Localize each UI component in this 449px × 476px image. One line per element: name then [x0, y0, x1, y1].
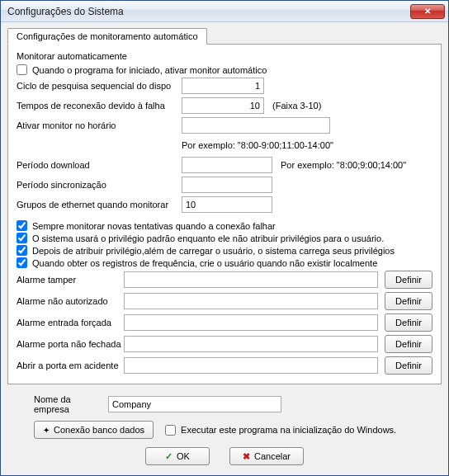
- db-connection-button[interactable]: ✦ Conexão banco dados: [34, 421, 154, 439]
- alarm-door-open-input[interactable]: [124, 336, 378, 352]
- titlebar: Configurações do Sistema ✕: [1, 1, 448, 22]
- alarm-unauth-label: Alarme não autorizado: [17, 296, 124, 306]
- activate-time-label: Ativar monitor no horário: [17, 120, 182, 130]
- company-input[interactable]: [108, 396, 281, 412]
- tab-auto-monitoring[interactable]: Configurações de monitoramento automátic…: [7, 28, 207, 45]
- check-create-user[interactable]: [17, 257, 27, 268]
- check-create-user-label: Quando obter os registros de frequência,…: [32, 258, 377, 268]
- close-icon: ✕: [424, 7, 431, 16]
- window: Configurações do Sistema ✕ Configurações…: [0, 0, 449, 476]
- sync-period-label: Período sincronização: [17, 180, 182, 190]
- close-button[interactable]: ✕: [410, 4, 445, 19]
- check-default-priv[interactable]: [17, 233, 27, 243]
- reconnect-label: Tempos de reconexão devido à falha: [17, 101, 182, 111]
- check-retry-label: Sempre monitorar novas tentativas quando…: [32, 221, 276, 231]
- alarm-accident-define-button[interactable]: Definir: [385, 356, 432, 375]
- poll-cycle-input[interactable]: [182, 78, 264, 94]
- alarm-tamper-define-button[interactable]: Definir: [385, 271, 432, 289]
- alarm-forced-input[interactable]: [124, 314, 378, 331]
- poll-cycle-label: Ciclo de pesquisa sequencial do dispo: [17, 81, 182, 91]
- client-area: Configurações de monitoramento automátic…: [1, 22, 448, 475]
- reconnect-input[interactable]: [182, 97, 264, 114]
- check-load-priv-label: Depois de atribuir privilégio,além de ca…: [32, 246, 395, 256]
- check-retry[interactable]: [17, 220, 27, 231]
- alarm-accident-label: Abrir a porta em acidente: [17, 361, 124, 370]
- sync-period-input[interactable]: [182, 177, 272, 193]
- bottom-area: Nome da empresa ✦ Conexão banco dados Ex…: [7, 384, 442, 469]
- database-icon: ✦: [43, 426, 50, 435]
- eth-groups-label: Grupos de ethernet quando monitorar: [17, 200, 182, 210]
- tabstrip: Configurações de monitoramento automátic…: [7, 28, 442, 45]
- alarm-forced-label: Alarme entrada forçada: [17, 318, 124, 328]
- alarm-accident-input[interactable]: [124, 357, 378, 374]
- check-load-priv[interactable]: [17, 245, 27, 256]
- alarm-tamper-label: Alarme tamper: [17, 275, 124, 285]
- tab-label: Configurações de monitoramento automátic…: [17, 31, 198, 41]
- alarm-unauth-define-button[interactable]: Definir: [385, 292, 432, 310]
- alarm-forced-define-button[interactable]: Definir: [385, 313, 432, 332]
- download-period-input[interactable]: [182, 157, 272, 173]
- eth-groups-input[interactable]: [182, 196, 272, 213]
- download-period-example: Por exemplo: "8:00;9:00;14:00": [281, 160, 406, 170]
- check-default-priv-label: O sistema usará o privilégio padrão enqu…: [32, 233, 384, 243]
- activate-time-input[interactable]: [182, 117, 330, 134]
- download-period-label: Período download: [17, 160, 182, 170]
- activate-time-example: Por exemplo: "8:00-9:00;11:00-14:00": [182, 140, 333, 150]
- check-icon: ✓: [165, 451, 173, 462]
- tab-panel: Monitorar automaticamente Quando o progr…: [7, 44, 442, 384]
- alarm-door-open-define-button[interactable]: Definir: [385, 335, 432, 353]
- ok-button[interactable]: ✓ OK: [145, 447, 210, 465]
- x-icon: ✖: [243, 451, 250, 462]
- auto-start-label: Quando o programa for iniciado, ativar m…: [32, 65, 267, 75]
- alarm-tamper-input[interactable]: [124, 271, 378, 288]
- run-startup-checkbox[interactable]: [165, 425, 176, 436]
- alarm-door-open-label: Alarme porta não fechada: [17, 339, 124, 349]
- alarm-unauth-input[interactable]: [124, 293, 378, 309]
- cancel-button[interactable]: ✖ Cancelar: [229, 447, 304, 465]
- reconnect-range: (Faixa 3-10): [272, 101, 321, 111]
- auto-start-checkbox[interactable]: [17, 64, 27, 75]
- section-title: Monitorar automaticamente: [17, 51, 432, 61]
- company-label: Nome da empresa: [34, 394, 108, 414]
- window-title: Configurações do Sistema: [7, 6, 410, 17]
- run-startup-label: Executar este programa na inicialização …: [181, 425, 396, 435]
